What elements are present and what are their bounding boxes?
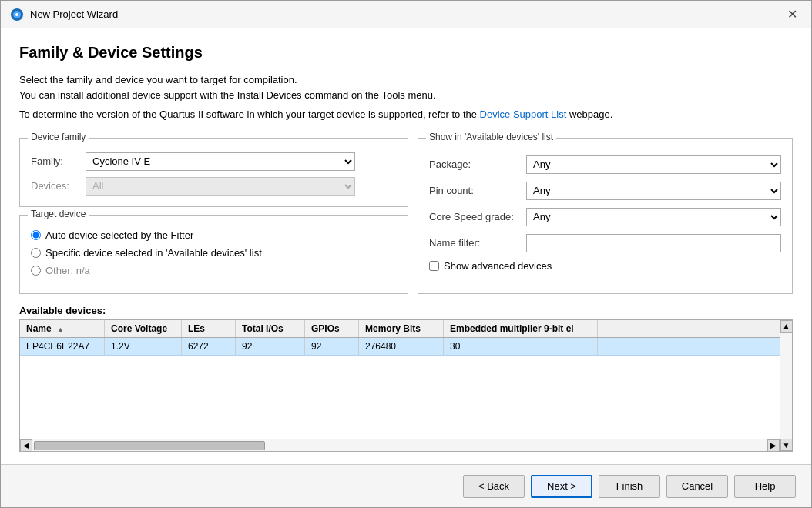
finish-button[interactable]: Finish [599,475,660,498]
family-label: Family: [31,155,81,167]
device-family-group-title: Device family [28,132,89,142]
hscroll-bar[interactable]: ◀ ▶ [20,439,780,451]
show-advanced-label[interactable]: Show advanced devices [444,260,552,272]
cell-name: EP4CE6E22A7 [20,338,105,355]
devices-label: Devices: [31,180,81,192]
col-header-les: LEs [182,320,236,337]
package-label: Package: [429,159,522,170]
title-bar: New Project Wizard ✕ [1,1,811,28]
content-area: Family & Device Settings Select the fami… [1,28,811,464]
vscroll-up-btn[interactable]: ▲ [780,320,793,333]
hscroll-left-btn[interactable]: ◀ [20,439,32,452]
close-button[interactable]: ✕ [782,5,802,25]
radio-auto[interactable] [31,230,41,240]
pin-count-label: Pin count: [429,185,522,196]
device-support-link[interactable]: Device Support List [480,109,567,120]
sort-arrow-name: ▲ [57,326,64,333]
pin-count-row: Pin count: Any [429,182,781,200]
cell-embedded: 30 [444,338,598,355]
col-header-name: Name ▲ [20,320,105,337]
name-filter-label: Name filter: [429,237,522,249]
family-row: Family: Cyclone IV E [31,152,397,171]
show-advanced-checkbox[interactable] [429,261,439,271]
radio-other-label: Other: n/a [45,265,90,276]
target-device-group: Target device Auto device selected by th… [19,215,408,294]
radio-auto-row: Auto device selected by the Fitter [31,229,397,241]
page-title: Family & Device Settings [19,44,793,62]
title-bar-left: New Project Wizard [10,8,118,22]
radio-specific-row: Specific device selected in 'Available d… [31,247,397,259]
col-header-gpios: GPIOs [305,320,359,337]
radio-specific[interactable] [31,248,41,258]
col-header-embedded: Embedded multiplier 9-bit el [444,320,598,337]
show-in-group: Show in 'Available devices' list Package… [418,138,793,294]
next-button[interactable]: Next > [531,475,592,498]
footer: < Back Next > Finish Cancel Help [1,464,811,507]
hscroll-thumb[interactable] [34,441,265,450]
package-row: Package: Any [429,155,781,174]
col-header-totalio: Total I/Os [236,320,305,337]
devices-select: All [86,177,355,196]
name-filter-input[interactable] [526,234,781,252]
device-family-group: Device family Family: Cyclone IV E Devic… [19,138,408,207]
description-line2: To determine the version of the Quartus … [19,107,793,122]
name-filter-row: Name filter: [429,234,781,252]
core-speed-select[interactable]: Any [526,208,781,226]
family-select[interactable]: Cyclone IV E [86,152,355,171]
vscroll-bar[interactable]: ▲ ▼ [780,320,792,452]
devices-table: Name ▲ Core Voltage LEs Total I/Os GPIOs… [19,319,793,453]
package-select[interactable]: Any [526,155,781,174]
window-title: New Project Wizard [30,8,118,20]
help-button[interactable]: Help [734,475,796,498]
core-speed-row: Core Speed grade: Any [429,208,781,226]
radio-specific-label[interactable]: Specific device selected in 'Available d… [45,247,262,259]
table-row[interactable]: EP4CE6E22A7 1.2V 6272 92 92 276480 30 [20,338,780,356]
cancel-button[interactable]: Cancel [666,475,728,498]
radio-auto-label[interactable]: Auto device selected by the Fitter [45,229,193,241]
right-panel: Show in 'Available devices' list Package… [418,138,793,294]
available-section: Available devices: Name ▲ Core Voltage [19,305,793,453]
show-in-group-title: Show in 'Available devices' list [426,132,556,142]
back-button[interactable]: < Back [463,475,525,498]
show-advanced-row: Show advanced devices [429,260,781,272]
devices-row: Devices: All [31,177,397,196]
col-header-corevolt: Core Voltage [105,320,182,337]
cell-gpios: 92 [305,338,359,355]
svg-point-2 [15,13,18,16]
left-panel: Device family Family: Cyclone IV E Devic… [19,138,408,294]
cell-totalio: 92 [236,338,305,355]
available-label: Available devices: [19,305,793,316]
cell-membits: 276480 [359,338,444,355]
table-header: Name ▲ Core Voltage LEs Total I/Os GPIOs… [20,320,780,338]
pin-count-select[interactable]: Any [526,182,781,200]
main-window: New Project Wizard ✕ Family & Device Set… [0,0,812,508]
cell-corevolt: 1.2V [105,338,182,355]
vscroll-down-btn[interactable]: ▼ [780,439,793,451]
table-body: EP4CE6E22A7 1.2V 6272 92 92 276480 30 [20,338,780,439]
main-panels: Device family Family: Cyclone IV E Devic… [19,138,793,294]
col-header-membits: Memory Bits [359,320,444,337]
radio-other[interactable] [31,266,41,276]
cell-les: 6272 [182,338,236,355]
hscroll-right-btn[interactable]: ▶ [767,439,780,452]
description-line1: Select the family and device you want to… [19,72,793,102]
app-icon [10,8,24,22]
target-device-group-title: Target device [28,209,89,219]
hscroll-track[interactable] [32,439,767,451]
core-speed-label: Core Speed grade: [429,211,522,222]
radio-other-row: Other: n/a [31,265,397,276]
table-main: Name ▲ Core Voltage LEs Total I/Os GPIOs… [20,320,780,452]
